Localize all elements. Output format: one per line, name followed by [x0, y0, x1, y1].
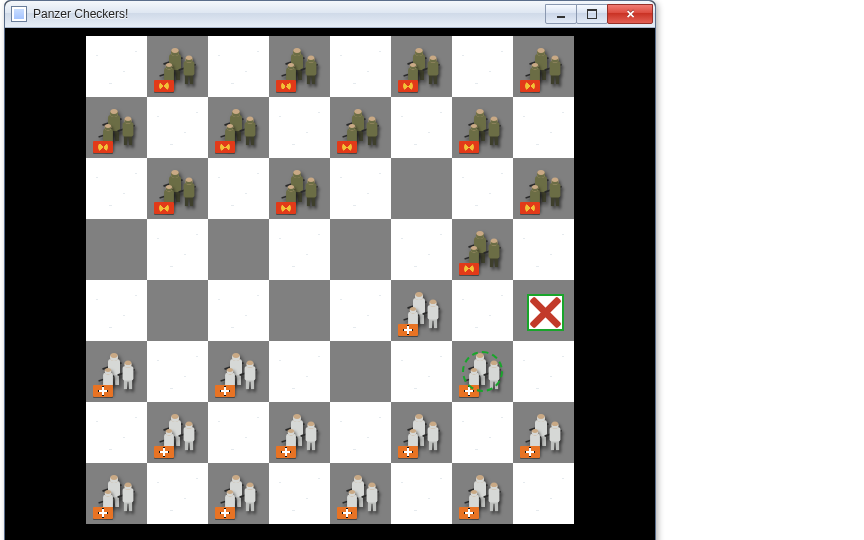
board-square[interactable] — [86, 219, 147, 280]
square-button[interactable] — [208, 463, 269, 524]
board-square[interactable] — [452, 158, 513, 219]
board-square[interactable] — [86, 158, 147, 219]
square-button[interactable] — [452, 36, 513, 97]
board-square[interactable] — [391, 402, 452, 463]
board-square[interactable] — [452, 36, 513, 97]
square-button[interactable] — [391, 219, 452, 280]
square-button[interactable] — [86, 341, 147, 402]
square-button[interactable] — [452, 219, 513, 280]
square-button[interactable] — [86, 36, 147, 97]
board-square[interactable] — [391, 280, 452, 341]
board-square[interactable] — [269, 158, 330, 219]
square-button[interactable] — [147, 341, 208, 402]
square-button[interactable] — [330, 158, 391, 219]
board-square[interactable] — [513, 463, 574, 524]
board-square[interactable] — [330, 97, 391, 158]
board-square[interactable] — [391, 97, 452, 158]
square-button[interactable] — [269, 402, 330, 463]
board-square[interactable] — [391, 36, 452, 97]
square-button[interactable] — [86, 219, 147, 280]
board-square[interactable] — [208, 402, 269, 463]
board-square[interactable] — [391, 341, 452, 402]
board-square[interactable] — [330, 280, 391, 341]
square-button[interactable] — [452, 402, 513, 463]
board-square[interactable] — [513, 402, 574, 463]
board-square[interactable] — [452, 280, 513, 341]
square-button[interactable] — [513, 463, 574, 524]
board-square[interactable] — [513, 280, 574, 341]
square-button[interactable] — [391, 280, 452, 341]
square-button[interactable] — [513, 36, 574, 97]
board-square[interactable] — [147, 463, 208, 524]
board-square[interactable] — [513, 36, 574, 97]
square-button[interactable] — [391, 402, 452, 463]
board-square[interactable] — [391, 158, 452, 219]
board-square[interactable] — [269, 219, 330, 280]
board-square[interactable] — [269, 36, 330, 97]
square-button[interactable] — [208, 402, 269, 463]
close-button[interactable] — [607, 4, 653, 24]
board-square[interactable] — [208, 280, 269, 341]
board-square[interactable] — [452, 463, 513, 524]
square-button[interactable] — [147, 219, 208, 280]
square-button[interactable] — [330, 97, 391, 158]
square-button[interactable] — [513, 97, 574, 158]
square-button[interactable] — [391, 36, 452, 97]
square-button[interactable] — [208, 280, 269, 341]
square-button[interactable] — [208, 158, 269, 219]
square-button[interactable] — [86, 97, 147, 158]
board-square[interactable] — [391, 463, 452, 524]
board-square[interactable] — [269, 463, 330, 524]
board-square[interactable] — [330, 402, 391, 463]
square-button[interactable] — [86, 463, 147, 524]
square-button[interactable] — [147, 463, 208, 524]
board-square[interactable] — [86, 36, 147, 97]
board-square[interactable] — [269, 341, 330, 402]
board-square[interactable] — [208, 158, 269, 219]
square-button[interactable] — [86, 402, 147, 463]
square-button[interactable] — [513, 402, 574, 463]
square-button[interactable] — [147, 97, 208, 158]
square-button[interactable] — [208, 36, 269, 97]
board-square[interactable] — [513, 97, 574, 158]
square-button[interactable] — [330, 36, 391, 97]
square-button[interactable] — [452, 341, 513, 402]
board-square[interactable] — [208, 36, 269, 97]
square-button[interactable] — [208, 219, 269, 280]
board-square[interactable] — [513, 158, 574, 219]
board-square[interactable] — [269, 97, 330, 158]
board-square[interactable] — [208, 97, 269, 158]
board-square[interactable] — [147, 36, 208, 97]
square-button[interactable] — [391, 158, 452, 219]
board-square[interactable] — [452, 219, 513, 280]
board-square[interactable] — [147, 341, 208, 402]
board-square[interactable] — [269, 280, 330, 341]
board-square[interactable] — [86, 463, 147, 524]
square-button[interactable] — [513, 341, 574, 402]
square-button[interactable] — [147, 36, 208, 97]
square-button[interactable] — [330, 341, 391, 402]
board-square[interactable] — [330, 36, 391, 97]
board-square[interactable] — [86, 341, 147, 402]
square-button[interactable] — [452, 158, 513, 219]
square-button[interactable] — [269, 97, 330, 158]
square-button[interactable] — [513, 219, 574, 280]
board-square[interactable] — [86, 402, 147, 463]
board-square[interactable] — [208, 341, 269, 402]
maximize-button[interactable] — [576, 4, 608, 24]
square-button[interactable] — [86, 158, 147, 219]
square-button[interactable] — [391, 341, 452, 402]
square-button[interactable] — [452, 463, 513, 524]
square-button[interactable] — [269, 463, 330, 524]
board-square[interactable] — [452, 402, 513, 463]
board-square[interactable] — [452, 97, 513, 158]
board-square[interactable] — [452, 341, 513, 402]
square-button[interactable] — [208, 341, 269, 402]
square-button[interactable] — [269, 219, 330, 280]
board-square[interactable] — [330, 463, 391, 524]
square-button[interactable] — [330, 280, 391, 341]
board-square[interactable] — [86, 280, 147, 341]
board-square[interactable] — [147, 97, 208, 158]
square-button[interactable] — [269, 158, 330, 219]
board-square[interactable] — [208, 219, 269, 280]
